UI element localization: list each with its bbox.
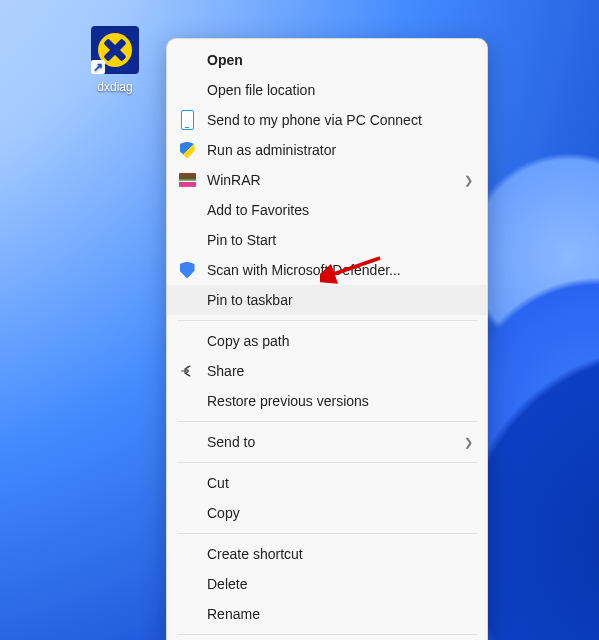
menu-run-as-administrator[interactable]: Run as administrator [167,135,487,165]
chevron-right-icon: ❯ [464,436,473,449]
menu-separator [177,421,477,422]
menu-label: Pin to taskbar [207,292,473,308]
desktop-icon-label: dxdiag [78,80,152,94]
menu-label: Send to [207,434,464,450]
menu-label: WinRAR [207,172,464,188]
share-icon [179,363,195,379]
menu-label: Copy as path [207,333,473,349]
menu-restore-previous-versions[interactable]: Restore previous versions [167,386,487,416]
menu-copy[interactable]: Copy [167,498,487,528]
menu-label: Run as administrator [207,142,473,158]
menu-pin-to-start[interactable]: Pin to Start [167,225,487,255]
menu-label: Delete [207,576,473,592]
menu-send-to-phone[interactable]: Send to my phone via PC Connect [167,105,487,135]
menu-label: Send to my phone via PC Connect [207,112,473,128]
menu-send-to[interactable]: Send to ❯ [167,427,487,457]
menu-delete[interactable]: Delete [167,569,487,599]
menu-pin-to-taskbar[interactable]: Pin to taskbar [167,285,487,315]
winrar-icon [179,173,196,187]
menu-add-to-favorites[interactable]: Add to Favorites [167,195,487,225]
menu-label: Rename [207,606,473,622]
menu-open[interactable]: Open [167,45,487,75]
menu-label: Open file location [207,82,473,98]
menu-separator [177,634,477,635]
menu-label: Share [207,363,473,379]
menu-open-file-location[interactable]: Open file location [167,75,487,105]
menu-scan-defender[interactable]: Scan with Microsoft Defender... [167,255,487,285]
menu-label: Add to Favorites [207,202,473,218]
admin-shield-icon [180,142,195,159]
menu-separator [177,320,477,321]
menu-copy-as-path[interactable]: Copy as path [167,326,487,356]
menu-label: Scan with Microsoft Defender... [207,262,473,278]
menu-cut[interactable]: Cut [167,468,487,498]
menu-label: Cut [207,475,473,491]
chevron-right-icon: ❯ [464,174,473,187]
menu-separator [177,462,477,463]
menu-label: Copy [207,505,473,521]
menu-winrar[interactable]: WinRAR ❯ [167,165,487,195]
desktop-shortcut-dxdiag[interactable]: ↗ dxdiag [78,26,152,94]
menu-share[interactable]: Share [167,356,487,386]
menu-rename[interactable]: Rename [167,599,487,629]
menu-separator [177,533,477,534]
menu-label: Open [207,52,473,68]
context-menu: Open Open file location Send to my phone… [166,38,488,640]
menu-create-shortcut[interactable]: Create shortcut [167,539,487,569]
phone-icon [181,110,194,130]
menu-label: Create shortcut [207,546,473,562]
defender-shield-icon [180,262,195,279]
dxdiag-icon: ↗ [91,26,139,74]
menu-label: Pin to Start [207,232,473,248]
shortcut-overlay-icon: ↗ [91,60,105,74]
menu-label: Restore previous versions [207,393,473,409]
